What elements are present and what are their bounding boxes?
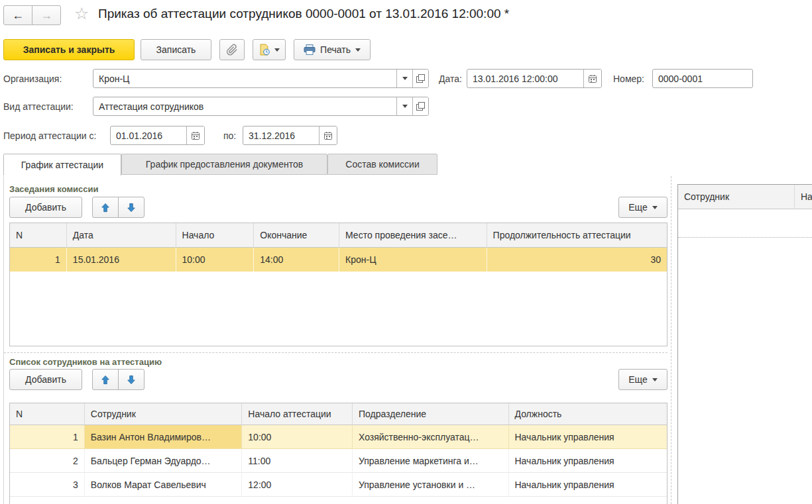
sessions-move-down-button[interactable] (118, 197, 145, 218)
sessions-move-up-button[interactable] (92, 197, 119, 218)
cell-department[interactable]: Управление установки и … (353, 473, 509, 497)
column-header[interactable]: N (10, 223, 67, 248)
date-value[interactable]: 13.01.2016 12:00:00 (467, 70, 583, 87)
add-label: Добавить (25, 374, 66, 385)
calendar-icon (323, 131, 333, 140)
open-in-window-icon (416, 102, 425, 111)
cell-department[interactable]: Хозяйственно-эксплуатац… (353, 425, 509, 449)
save-button[interactable]: Записать (141, 39, 211, 60)
sessions-more-button[interactable]: Еще (618, 197, 667, 218)
column-header[interactable]: Должность (509, 403, 667, 425)
period-to-value[interactable]: 31.12.2016 (243, 126, 319, 144)
tab-documents-schedule[interactable]: График предоставления документов (121, 154, 327, 175)
column-header[interactable]: N (10, 403, 85, 425)
cell-start[interactable]: 12:00 (242, 473, 353, 497)
column-header[interactable]: Окончание (254, 223, 339, 248)
organization-open-button[interactable] (412, 70, 428, 87)
date-calendar-button[interactable] (583, 70, 601, 87)
cell-n[interactable]: 2 (10, 449, 85, 473)
organization-dropdown[interactable] (396, 70, 412, 87)
save-and-close-button[interactable]: Записать и закрыть (3, 39, 135, 60)
cell-position[interactable]: Начальник управления (509, 449, 667, 473)
table-row[interactable]: 1 Базин Антон Владимиров… 10:00 Хозяйств… (10, 425, 667, 449)
back-icon: ← (12, 9, 24, 21)
chevron-down-icon (355, 48, 361, 52)
organization-value[interactable]: Крон-Ц (93, 70, 396, 87)
period-to-calendar-button[interactable] (319, 126, 337, 144)
attestation-type-open-button[interactable] (412, 97, 428, 115)
attestation-type-dropdown[interactable] (396, 97, 412, 115)
cell-employee[interactable]: Волков Марат Савельевич (85, 473, 243, 497)
cell-start[interactable]: 10:00 (242, 425, 353, 449)
period-from-field[interactable]: 01.01.2016 (110, 126, 205, 145)
cell-n[interactable]: 1 (10, 425, 85, 449)
column-header[interactable]: На (795, 185, 812, 209)
cell-employee[interactable]: Базин Антон Владимиров… (85, 425, 243, 449)
forward-button[interactable]: → (32, 5, 61, 25)
tab-attestation-schedule[interactable]: График аттестации (3, 154, 121, 176)
sessions-add-button[interactable]: Добавить (9, 197, 82, 218)
attestation-type-field[interactable]: Аттестация сотрудников (93, 97, 429, 116)
column-header[interactable]: Место проведения засе… (339, 223, 487, 248)
favorite-star-icon[interactable]: ☆ (74, 5, 89, 22)
table-row[interactable]: 3 Волков Марат Савельевич 12:00 Управлен… (10, 473, 667, 497)
employees-move-group (92, 369, 145, 390)
period-from-calendar-button[interactable] (186, 126, 204, 144)
employees-section-title: Список сотрудников на аттестацию (9, 357, 162, 367)
table-row[interactable]: 2 Бальцер Герман Эдуардо… 11:00 Управлен… (10, 449, 667, 473)
number-field[interactable]: 0000-0001 (652, 69, 753, 88)
save-and-close-label: Записать и закрыть (23, 44, 115, 55)
cell-start[interactable]: 11:00 (242, 449, 353, 473)
organization-label: Организация: (3, 74, 62, 84)
attestation-type-value[interactable]: Аттестация сотрудников (93, 97, 396, 115)
printer-icon (304, 44, 316, 55)
table-row[interactable]: 1 15.01.2016 10:00 14:00 Крон-Ц 30 (10, 248, 667, 272)
cell-n[interactable]: 3 (10, 473, 85, 497)
employees-more-button[interactable]: Еще (618, 369, 667, 390)
versions-dropdown-button[interactable] (253, 39, 286, 60)
calendar-icon (191, 131, 200, 140)
column-header[interactable]: Продолжительность аттестации (487, 223, 667, 248)
attachments-button[interactable] (219, 39, 245, 60)
period-to-field[interactable]: 31.12.2016 (243, 126, 337, 145)
date-field[interactable]: 13.01.2016 12:00:00 (467, 69, 602, 88)
sections-separator (4, 352, 667, 353)
cell-place[interactable]: Крон-Ц (339, 248, 487, 272)
panel-splitter[interactable] (671, 176, 671, 504)
right-panel-header: Сотрудник На (678, 185, 812, 209)
organization-field[interactable]: Крон-Ц (93, 69, 429, 88)
sessions-move-group (92, 197, 145, 218)
column-header[interactable]: Сотрудник (678, 185, 795, 209)
print-dropdown-button[interactable]: Печать (294, 39, 371, 60)
cell-position[interactable]: Начальник управления (509, 473, 667, 497)
employees-add-button[interactable]: Добавить (9, 369, 82, 390)
nav-history-group: ← → (3, 5, 61, 25)
cell-employee[interactable]: Бальцер Герман Эдуардо… (85, 449, 243, 473)
arrow-down-icon (127, 203, 136, 213)
column-header[interactable]: Сотрудник (85, 403, 243, 425)
employees-move-up-button[interactable] (92, 369, 119, 390)
sessions-table: N Дата Начало Окончание Место проведения… (9, 223, 667, 346)
empty-row[interactable] (678, 209, 812, 238)
column-header[interactable]: Начало (176, 223, 255, 248)
employees-move-down-button[interactable] (118, 369, 145, 390)
period-from-value[interactable]: 01.01.2016 (111, 126, 186, 144)
page-title: Приказ об аттестации сотрудников 0000-00… (98, 7, 509, 21)
column-header[interactable]: Начало аттестации (242, 403, 353, 425)
tab-commission-members[interactable]: Состав комиссии (327, 154, 437, 175)
cell-start[interactable]: 10:00 (176, 248, 255, 272)
cell-date[interactable]: 15.01.2016 (67, 248, 176, 272)
cell-n[interactable]: 1 (10, 248, 67, 272)
column-header[interactable]: Дата (67, 223, 176, 248)
chevron-down-icon (652, 206, 658, 209)
column-header[interactable]: Подразделение (353, 403, 509, 425)
cell-position[interactable]: Начальник управления (509, 425, 667, 449)
cell-duration[interactable]: 30 (487, 248, 667, 272)
period-from-label: Период аттестации с: (3, 130, 96, 141)
forward-icon: → (40, 9, 52, 21)
number-value[interactable]: 0000-0001 (653, 70, 752, 87)
back-button[interactable]: ← (3, 5, 32, 25)
tab-label: Состав комиссии (345, 159, 419, 170)
cell-department[interactable]: Управление маркетинга и… (353, 449, 509, 473)
cell-end[interactable]: 14:00 (254, 248, 339, 272)
